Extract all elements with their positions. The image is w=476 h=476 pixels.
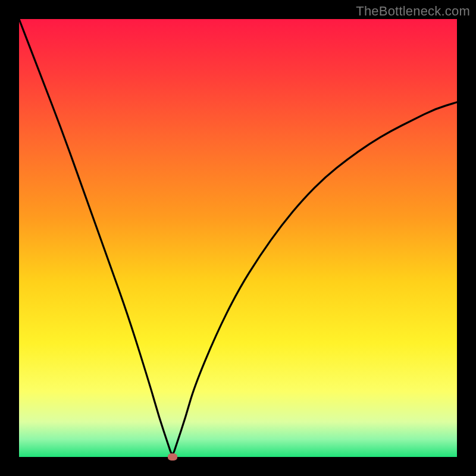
bottleneck-curve-path: [19, 19, 457, 453]
plot-area: [19, 19, 457, 457]
plot-svg: [19, 19, 457, 457]
watermark-text: TheBottleneck.com: [356, 4, 470, 19]
minimum-marker: [168, 453, 177, 461]
chart-stage: TheBottleneck.com: [0, 0, 476, 476]
